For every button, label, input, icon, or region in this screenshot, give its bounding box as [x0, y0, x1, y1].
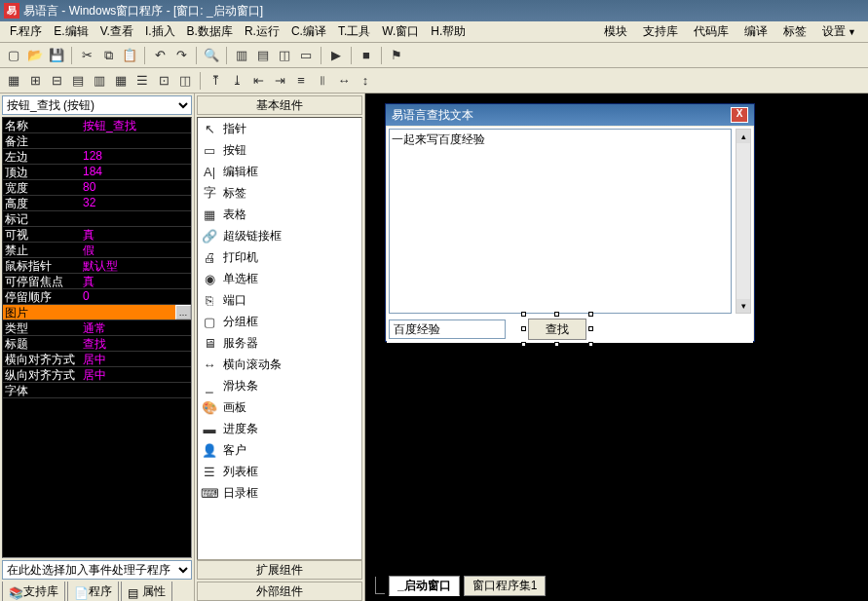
- toolbar-a1-icon[interactable]: ⤒: [206, 71, 225, 91]
- find-button[interactable]: 查找: [528, 319, 586, 340]
- vertical-scrollbar[interactable]: ▴ ▾: [736, 129, 751, 314]
- menu-设置[interactable]: 设置▼: [814, 22, 864, 40]
- scroll-down-icon[interactable]: ▾: [736, 299, 750, 313]
- prop-row-停留顺序[interactable]: 停留顺序0: [3, 289, 191, 305]
- prop-row-标题[interactable]: 标题查找: [3, 336, 191, 352]
- form-client-area[interactable]: 一起来写百度经验 ▴ ▾ 百度经验 查找: [387, 127, 753, 343]
- toolbar-r3-icon[interactable]: ⊟: [47, 71, 66, 91]
- menu-编译[interactable]: 编译: [736, 22, 775, 40]
- palette-item-打印机[interactable]: 🖨打印机: [198, 246, 361, 268]
- doc-tab-startup[interactable]: _启动窗口: [389, 576, 460, 596]
- property-grid[interactable]: 名称按钮_查找备注左边128顶边184宽度80高度32标记可视真禁止假鼠标指针默…: [2, 117, 192, 558]
- panel-tab-程序[interactable]: 📄程序: [67, 582, 119, 601]
- toolbar-a4-icon[interactable]: ⇥: [270, 71, 289, 91]
- palette-item-服务器[interactable]: 🖥服务器: [198, 332, 361, 354]
- panel-tab-属性[interactable]: ▤属性: [121, 582, 172, 601]
- menu-F.程序[interactable]: F.程序: [4, 22, 48, 40]
- palette-item-列表框[interactable]: ☰列表框: [198, 461, 361, 482]
- palette-item-端口[interactable]: ⎘端口: [198, 289, 361, 311]
- toolbar-r2-icon[interactable]: ⊞: [25, 71, 45, 91]
- event-selector[interactable]: 在此处选择加入事件处理子程序: [2, 560, 192, 580]
- toolbar-r4-icon[interactable]: ▤: [68, 71, 88, 91]
- palette-item-编辑框[interactable]: A|编辑框: [198, 161, 361, 182]
- prop-row-图片[interactable]: 图片…: [3, 305, 191, 320]
- toolbar-find-icon[interactable]: 🔍: [202, 46, 221, 65]
- toolbar-win2-icon[interactable]: ▤: [253, 46, 273, 65]
- ellipsis-button[interactable]: …: [175, 305, 191, 319]
- toolbar-win4-icon[interactable]: ▭: [296, 46, 316, 65]
- close-icon[interactable]: X: [731, 107, 748, 123]
- menu-模块[interactable]: 模块: [596, 22, 635, 40]
- object-selector[interactable]: 按钮_查找 (按钮): [2, 95, 192, 115]
- toolbar-r1-icon[interactable]: ▦: [4, 71, 23, 91]
- prop-row-鼠标指针[interactable]: 鼠标指针默认型: [3, 258, 191, 274]
- design-form-window[interactable]: 易语言查找文本 X 一起来写百度经验 ▴ ▾ 百度经验 查找: [385, 103, 755, 342]
- menu-H.帮助[interactable]: H.帮助: [425, 22, 472, 40]
- palette-item-日录框[interactable]: ⌨日录框: [198, 482, 361, 504]
- prop-row-横向对齐方式[interactable]: 横向对齐方式居中: [3, 352, 191, 367]
- panel-tab-支持库[interactable]: 📚支持库: [2, 582, 65, 601]
- prop-row-备注[interactable]: 备注: [3, 133, 191, 149]
- menu-R.运行[interactable]: R.运行: [239, 22, 285, 40]
- toolbar-win1-icon[interactable]: ▥: [232, 46, 251, 65]
- palette-item-超级链接框[interactable]: 🔗超级链接框: [198, 225, 361, 246]
- palette-item-横向滚动条[interactable]: ↔横向滚动条: [198, 354, 361, 375]
- toolbar-copy-icon[interactable]: ⧉: [98, 46, 118, 65]
- toolbar-paste-icon[interactable]: 📋: [120, 46, 139, 65]
- palette-item-单选框[interactable]: ◉单选框: [198, 268, 361, 289]
- prop-row-纵向对齐方式[interactable]: 纵向对齐方式居中: [3, 367, 191, 383]
- toolbar-flag-icon[interactable]: ⚑: [387, 46, 406, 65]
- menu-I.插入[interactable]: I.插入: [139, 22, 181, 40]
- toolbar-new-icon[interactable]: ▢: [4, 46, 23, 65]
- toolbar-open-icon[interactable]: 📂: [25, 46, 45, 65]
- menu-T.工具[interactable]: T.工具: [332, 22, 376, 40]
- prop-row-字体[interactable]: 字体: [3, 383, 191, 398]
- palette-item-表格[interactable]: ▦表格: [198, 204, 361, 225]
- toolbar-r5-icon[interactable]: ▥: [90, 71, 109, 91]
- prop-row-名称[interactable]: 名称按钮_查找: [3, 118, 191, 133]
- palette-item-客户[interactable]: 👤客户: [198, 439, 361, 461]
- toolbar-r9-icon[interactable]: ◫: [175, 71, 195, 91]
- palette-header[interactable]: 基本组件: [197, 95, 362, 115]
- multiline-edit[interactable]: 一起来写百度经验: [389, 129, 732, 314]
- menu-标签[interactable]: 标签: [775, 22, 814, 40]
- form-titlebar[interactable]: 易语言查找文本 X: [386, 104, 754, 126]
- toolbar-r8-icon[interactable]: ⊡: [154, 71, 173, 91]
- palette-item-画板[interactable]: 🎨画板: [198, 396, 361, 418]
- palette-section-扩展组件[interactable]: 扩展组件: [197, 560, 362, 580]
- prop-row-宽度[interactable]: 宽度80: [3, 180, 191, 196]
- toolbar-cut-icon[interactable]: ✂: [77, 46, 96, 65]
- search-input[interactable]: 百度经验: [389, 319, 506, 339]
- toolbar-a8-icon[interactable]: ↕: [356, 71, 375, 91]
- palette-section-外部组件[interactable]: 外部组件: [197, 582, 362, 601]
- toolbar-a6-icon[interactable]: ⫴: [313, 71, 332, 91]
- prop-row-可停留焦点[interactable]: 可停留焦点真: [3, 274, 191, 289]
- toolbar-a7-icon[interactable]: ↔: [334, 71, 354, 91]
- prop-row-顶边[interactable]: 顶边184: [3, 165, 191, 180]
- menu-E.编辑[interactable]: E.编辑: [48, 22, 94, 40]
- palette-item-滑块条[interactable]: ⎯滑块条: [198, 375, 361, 396]
- form-designer[interactable]: 易语言查找文本 X 一起来写百度经验 ▴ ▾ 百度经验 查找: [365, 94, 868, 601]
- menu-C.编译[interactable]: C.编译: [285, 22, 332, 40]
- toolbar-win3-icon[interactable]: ◫: [275, 46, 294, 65]
- toolbar-r6-icon[interactable]: ▦: [111, 71, 131, 91]
- palette-item-分组框[interactable]: ▢分组框: [198, 311, 361, 332]
- toolbar-stop-icon[interactable]: ■: [357, 46, 376, 65]
- prop-row-类型[interactable]: 类型通常: [3, 320, 191, 336]
- prop-row-标记[interactable]: 标记: [3, 211, 191, 227]
- toolbar-save-icon[interactable]: 💾: [47, 46, 66, 65]
- toolbar-undo-icon[interactable]: ↶: [150, 46, 170, 65]
- menu-W.窗口[interactable]: W.窗口: [376, 22, 425, 40]
- palette-item-进度条[interactable]: ▬进度条: [198, 418, 361, 439]
- prop-row-可视[interactable]: 可视真: [3, 227, 191, 243]
- toolbar-a3-icon[interactable]: ⇤: [248, 71, 268, 91]
- toolbar-redo-icon[interactable]: ↷: [171, 46, 191, 65]
- toolbar-a2-icon[interactable]: ⤓: [227, 71, 246, 91]
- doc-tab-programset[interactable]: 窗口程序集1: [464, 576, 547, 596]
- menu-支持库[interactable]: 支持库: [635, 22, 686, 40]
- toolbar-r7-icon[interactable]: ☰: [132, 71, 152, 91]
- toolbar-run-icon[interactable]: ▶: [326, 46, 346, 65]
- toolbar-a5-icon[interactable]: ≡: [291, 71, 311, 91]
- prop-row-左边[interactable]: 左边128: [3, 149, 191, 165]
- scroll-up-icon[interactable]: ▴: [736, 130, 750, 143]
